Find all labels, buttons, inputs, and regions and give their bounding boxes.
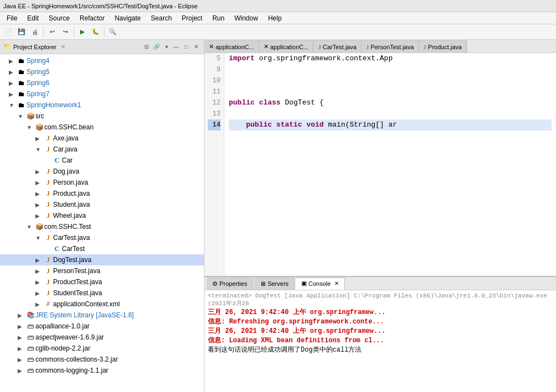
tree-item-persontest-java[interactable]: ▶ J PersonTest.java [0,265,204,276]
project-explorer-badge: ✕ [61,44,65,50]
menu-item-window[interactable]: Window [230,13,263,23]
tree-item-cglib[interactable]: ▶ 🗃 cglib-nodep-2.2.jar [0,343,204,354]
tab-applicationc-2[interactable]: ✕ applicationC... [259,40,314,53]
tree-item-spring4[interactable]: ▶ 🖿 Spring4 [0,55,204,66]
tree-item-student-java[interactable]: ▶ J Student.java [0,199,204,210]
explorer-toolbar: ⊟ 🔗 ▾ — □ ✕ [142,43,201,51]
explorer-menu-btn[interactable]: ▾ [162,43,171,51]
toolbar-search[interactable]: 🔍 [107,26,119,38]
line-num-11: 11 [208,86,221,97]
menu-item-file[interactable]: File [2,13,22,23]
toolbar-new[interactable]: 📄 [2,26,14,38]
menu-bar: FileEditSourceRefactorNavigateSearchProj… [0,12,556,24]
tab-label-1: applicationC... [216,44,254,50]
line-num-9: 9 [208,64,221,75]
toolbar-run[interactable]: ▶ [76,26,88,38]
tab-label-2: applicationC... [270,44,309,50]
bottom-panel: ⚙ Properties 🖥 Servers ▣ Console ✕ <term… [204,276,556,392]
console-line-1: 三月 26, 2021 9:42:40 上午 org.springframew.… [208,307,553,317]
tree-item-jre-library[interactable]: ▶ 📚 JRE System Library [JavaSE-1.8] [0,310,204,321]
tree-item-cartest-java[interactable]: ▼ J CarTest.java [0,232,204,243]
link-editor-btn[interactable]: 🔗 [152,43,161,51]
menu-item-run[interactable]: Run [208,13,229,23]
toolbar-save[interactable]: 💾 [15,26,28,38]
editor-area: ✕ applicationC... ✕ applicationC... J Ca… [204,40,556,392]
tree-item-commons-collections[interactable]: ▶ 🗃 commons-collections-3.2.jar [0,354,204,365]
toolbar-redo[interactable]: ↪ [59,26,71,38]
console-close-icon[interactable]: ✕ [334,280,339,286]
console-icon: ▣ [301,280,307,287]
tree-item-aopalliance[interactable]: ▶ 🗃 aopalliance-1.0.jar [0,321,204,332]
line-numbers: 5 9 10 11 12 13 14 [204,53,224,276]
tab-icon-5: J [423,44,427,50]
tab-icon-4: J [366,44,369,50]
explorer-min-btn[interactable]: — [172,43,181,51]
servers-label: Servers [267,280,289,287]
tab-properties[interactable]: ⚙ Properties [207,278,253,290]
code-line-5: import org.springframework.context.App [229,53,552,64]
console-label: Console [308,280,331,287]
code-line-11 [229,86,552,97]
tab-label-5: Product.java [428,44,461,50]
menu-item-project[interactable]: Project [177,13,207,23]
tab-applicationc-1[interactable]: ✕ applicationC... [204,40,259,53]
tree-item-dogtest-java[interactable]: ▶ J DogTest.java [0,254,204,265]
tab-product-java[interactable]: J Product.java [419,40,467,53]
tree-item-person-java[interactable]: ▶ J Person.java [0,177,204,188]
collapse-all-btn[interactable]: ⊟ [142,43,151,51]
code-content[interactable]: import org.springframework.context.App p… [224,53,556,276]
tab-label-4: PersonTest.java [371,44,414,50]
tree-item-aspectjweaver[interactable]: ▶ 🗃 aspectjweaver-1.6.9.jar [0,332,204,343]
code-line-9 [229,64,552,75]
tree-item-com-sshc-test[interactable]: ▼ 📦 com.SSHC.Test [0,221,204,232]
tree-item-appcontext-xml[interactable]: ▶ ✗ applicationContext.xml [0,299,204,310]
tree-item-wheel-java[interactable]: ▶ J Wheel.java [0,210,204,221]
tree-item-spring6[interactable]: ▶ 🖿 Spring6 [0,77,204,88]
tab-icon-1: ✕ [209,43,214,50]
tree-item-product-java[interactable]: ▶ J Product.java [0,188,204,199]
explorer-max-btn[interactable]: □ [182,43,191,51]
tree-item-dog-java[interactable]: ▶ J Dog.java [0,166,204,177]
tab-persontest-java[interactable]: J PersonTest.java [361,40,419,53]
project-explorer: 📁 Project Explorer ✕ ⊟ 🔗 ▾ — □ ✕ ▶ 🖿 Spr… [0,40,204,392]
toolbar-print[interactable]: 🖨 [29,26,41,38]
tab-icon-3: J [318,44,321,50]
tree-item-src[interactable]: ▼ 📦 src [0,111,204,122]
line-num-5: 5 [208,53,221,64]
code-editor[interactable]: 5 9 10 11 12 13 14 import org.springfram… [204,53,556,276]
main-area: 📁 Project Explorer ✕ ⊟ 🔗 ▾ — □ ✕ ▶ 🖿 Spr… [0,40,556,392]
tree-item-axe-java[interactable]: ▶ J Axe.java [0,133,204,144]
explorer-close-btn[interactable]: ✕ [192,43,201,51]
tab-console[interactable]: ▣ Console ✕ [296,278,345,290]
tree-item-cartest-class[interactable]: C CarTest [0,243,204,254]
console-line-2: 信息: Refreshing org.springframework.conte… [208,317,553,326]
menu-item-refactor[interactable]: Refactor [75,13,109,23]
tree-item-spring5[interactable]: ▶ 🖿 Spring5 [0,66,204,77]
menu-item-source[interactable]: Source [44,13,74,23]
toolbar-sep-1 [43,27,44,37]
toolbar-debug[interactable]: 🐛 [90,26,102,38]
tree-item-studenttest-java[interactable]: ▶ J StudentTest.java [0,288,204,299]
tree-item-car-java[interactable]: ▼ J Car.java [0,144,204,155]
tree-item-spring7[interactable]: ▶ 🖿 Spring7 [0,88,204,100]
menu-item-navigate[interactable]: Navigate [110,13,145,23]
tab-label-3: CarTest.java [323,44,356,50]
tree-item-com-sshc-bean[interactable]: ▼ 📦 com.SSHC.bean [0,122,204,133]
toolbar-undo[interactable]: ↩ [46,26,58,38]
menu-item-help[interactable]: Help [264,13,286,23]
tree-item-commons-logging[interactable]: ▶ 🗃 commons-logging-1.1.jar [0,365,204,376]
tree-item-producttest-java[interactable]: ▶ J ProductTest.java [0,276,204,288]
console-line-5: 看到这句话说明已经成功调用了Dog类中的call方法 [208,345,553,354]
project-explorer-header: 📁 Project Explorer ✕ ⊟ 🔗 ▾ — □ ✕ [0,40,204,54]
toolbar-sep-3 [104,27,104,37]
tab-cartest-java[interactable]: J CarTest.java [313,40,361,53]
bottom-tabs: ⚙ Properties 🖥 Servers ▣ Console ✕ [204,277,556,290]
tab-servers[interactable]: 🖥 Servers [254,278,295,290]
tree-item-car-class[interactable]: C Car [0,155,204,166]
properties-label: Properties [219,280,247,287]
code-line-10 [229,75,552,86]
tree-item-springhomework1[interactable]: ▼ 🖿 SpringHomework1 [0,100,204,111]
properties-icon: ⚙ [212,280,218,288]
menu-item-search[interactable]: Search [146,13,176,23]
menu-item-edit[interactable]: Edit [23,13,43,23]
